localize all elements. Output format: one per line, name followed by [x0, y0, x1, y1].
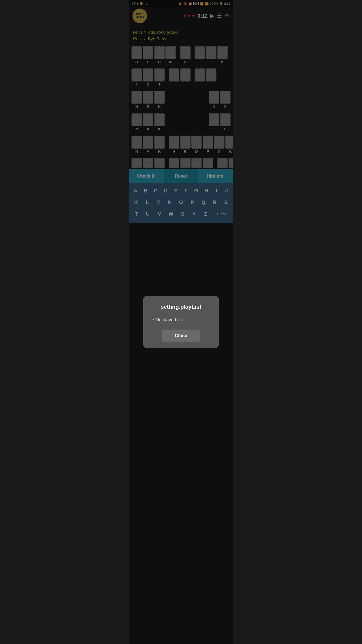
- bullet-icon: •: [153, 317, 154, 322]
- modal-title: setting.playList: [150, 304, 212, 310]
- playlist-modal: setting.playList • No played list Close: [143, 296, 219, 348]
- modal-overlay: setting.playList • No played list Close: [129, 0, 233, 644]
- modal-message: • No played list: [150, 317, 212, 323]
- modal-close-button[interactable]: Close: [162, 330, 200, 342]
- modal-message-text: No played list: [156, 317, 183, 322]
